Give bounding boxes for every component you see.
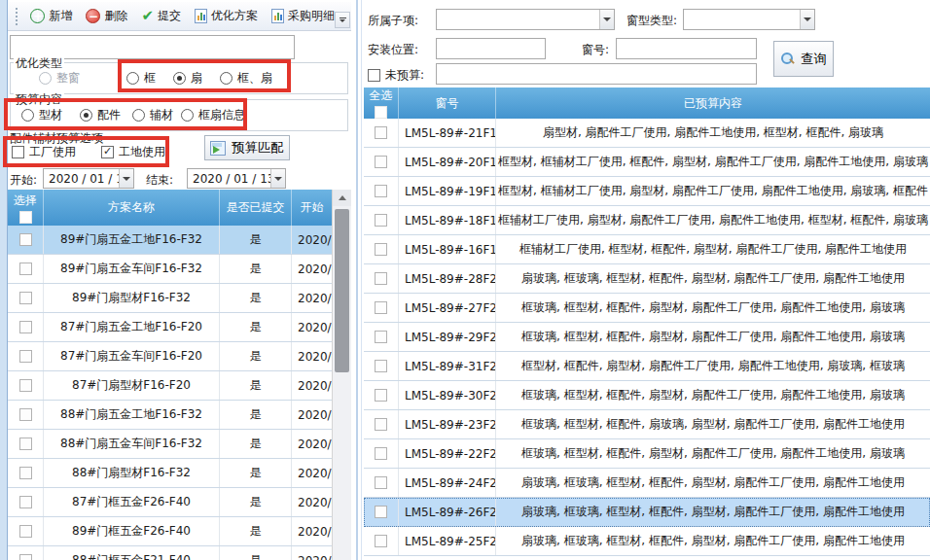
budget-match-button[interactable]: 预算匹配 — [204, 135, 290, 160]
checkbox-label: 工厂使用 — [29, 144, 76, 160]
window-table-row[interactable]: LM5L-89#-26F24扇玻璃, 框玻璃, 框型材, 框配件, 扇型材, 扇… — [364, 498, 930, 527]
window-table-row[interactable]: LM5L-89#-24F22扇玻璃, 框玻璃, 框型材, 框配件, 扇型材, 扇… — [364, 469, 930, 498]
radio-配件[interactable]: 配件 — [80, 107, 121, 123]
row-checkbox[interactable] — [375, 301, 387, 314]
plan-submitted-cell: 是 — [220, 459, 292, 487]
end-date-picker[interactable]: 2020 / 01 / 13 — [187, 168, 286, 189]
plan-start-header[interactable]: 开始 — [292, 190, 332, 226]
window-table-row[interactable]: LM5L-89#-22F20框玻璃, 框型材, 框配件, 扇型材, 扇配件工厂使… — [364, 439, 930, 469]
window-table-row[interactable]: LM5L-89#-20F18框型材, 框辅材工厂使用, 框配件, 扇型材, 扇配… — [364, 148, 930, 177]
plan-table-row[interactable]: 88#门扇五金车间F16-F32是2020/0 — [8, 430, 332, 459]
chevron-down-icon[interactable] — [599, 10, 614, 29]
window-no-cell: LM5L-89#-30F28 — [399, 381, 496, 409]
row-checkbox[interactable] — [19, 350, 32, 363]
plan-table-row[interactable]: 87#门扇五金车间F16-F20是2020/0 — [8, 342, 332, 371]
row-checkbox[interactable] — [375, 214, 387, 227]
plan-table-row[interactable]: 87#门扇五金工地F16-F20是2020/0 — [8, 313, 332, 342]
add-button[interactable]: + 新增 — [23, 4, 79, 28]
row-checkbox[interactable] — [375, 156, 387, 168]
scrollbar-thumb[interactable] — [335, 209, 349, 372]
optimize-plan-button[interactable]: 优化方案 — [188, 4, 265, 28]
radio-框[interactable]: 框 — [126, 70, 156, 87]
row-checkbox[interactable] — [375, 331, 387, 343]
install-pos-input[interactable] — [436, 38, 546, 59]
row-checkbox[interactable] — [19, 321, 32, 333]
row-checkbox[interactable] — [19, 496, 32, 508]
plan-table-row[interactable]: 87#门扇型材F16-F20是2020/0 — [8, 371, 332, 401]
sub-item-select[interactable] — [436, 9, 615, 30]
select-all-checkbox[interactable] — [375, 106, 387, 119]
chevron-down-icon[interactable] — [800, 10, 814, 29]
row-checkbox[interactable] — [375, 535, 387, 547]
row-checkbox[interactable] — [19, 525, 32, 538]
window-no-cell: LM5L-89#-20F18 — [399, 148, 496, 176]
no-budget-input[interactable] — [436, 63, 757, 85]
window-table-row[interactable]: LM5L-89#-23F21框玻璃, 框型材, 框配件, 扇玻璃, 扇型材, 扇… — [364, 410, 930, 439]
chevron-down-icon[interactable] — [119, 169, 133, 188]
radio-框、扇[interactable]: 框、扇 — [220, 70, 272, 87]
window-no-input[interactable] — [616, 38, 757, 59]
window-table-row[interactable]: LM5L-89#-29F27框玻璃, 框型材, 框配件, 扇型材, 扇配件工厂使… — [364, 323, 930, 352]
row-checkbox[interactable] — [375, 506, 387, 518]
window-table-row[interactable]: LM5L-89#-25F23扇玻璃, 框玻璃, 框型材, 框配件, 扇型材, 扇… — [364, 527, 930, 556]
window-table-row[interactable]: LM5L-89#-27F25框玻璃, 框型材, 框配件, 扇型材, 扇配件工厂使… — [364, 294, 930, 323]
row-checkbox[interactable] — [375, 476, 387, 489]
window-type-select[interactable] — [683, 9, 815, 30]
delete-button[interactable]: − 删除 — [79, 4, 134, 28]
checkbox-工地使用[interactable]: 工地使用 — [101, 144, 165, 160]
row-checkbox[interactable] — [19, 262, 32, 275]
row-checkbox[interactable] — [375, 360, 387, 372]
plan-table-row[interactable]: 88#门扇型材F16-F32是2020/0 — [8, 459, 332, 488]
plan-submitted-cell: 是 — [220, 401, 292, 429]
budgeted-content-header[interactable]: 已预算内容 — [496, 88, 930, 119]
radio-型材[interactable]: 型材 — [21, 107, 62, 123]
row-checkbox[interactable] — [375, 447, 387, 460]
row-checkbox[interactable] — [19, 233, 32, 246]
window-table-row[interactable]: LM5L-89#-18F16框辅材工厂使用, 扇型材, 扇配件工厂使用, 扇配件… — [364, 206, 930, 235]
radio-扇[interactable]: 扇 — [173, 70, 202, 87]
row-checkbox[interactable] — [19, 467, 32, 479]
plan-table-row[interactable]: 88#门框五金F21-F40是2020/0 — [8, 546, 332, 560]
plan-table-row[interactable]: 89#门框五金F26-F40是2020/0 — [8, 517, 332, 546]
row-checkbox[interactable] — [375, 272, 387, 285]
window-table-row[interactable]: LM5L-89#-16F15框辅材工厂使用, 框型材, 框配件, 扇型材, 扇配… — [364, 235, 930, 264]
row-checkbox[interactable] — [375, 418, 387, 431]
row-checkbox[interactable] — [375, 126, 387, 139]
no-budget-checkbox[interactable]: 未预算: — [368, 67, 424, 84]
plan-table-row[interactable]: 87#门框五金F26-F40是2020/0 — [8, 488, 332, 517]
row-checkbox[interactable] — [375, 243, 387, 256]
query-button[interactable]: 查询 — [773, 41, 834, 77]
row-checkbox[interactable] — [19, 438, 32, 450]
row-checkbox[interactable] — [375, 185, 387, 197]
scroll-up-icon[interactable] — [333, 190, 351, 206]
window-table-row[interactable]: LM5L-89#-19F17框型材, 框辅材工厂使用, 扇型材, 扇配件工厂使用… — [364, 177, 930, 206]
start-date-picker[interactable]: 2020 / 01 / 1 — [43, 168, 134, 189]
radio-辅材[interactable]: 辅材 — [132, 107, 173, 123]
row-checkbox[interactable] — [19, 554, 32, 560]
panel-splitter[interactable] — [351, 0, 364, 560]
window-no-header[interactable]: 窗号 — [399, 88, 496, 119]
window-table-row[interactable]: LM5L-89#-30F28框玻璃, 框型材, 框配件, 扇型材, 扇配件工厂使… — [364, 381, 930, 410]
window-table-row[interactable]: LM5L-89#-28F26扇玻璃, 框玻璃, 框型材, 框配件, 扇型材, 扇… — [364, 264, 930, 294]
row-checkbox[interactable] — [375, 389, 387, 402]
plan-table-row[interactable]: 89#门扇五金车间F16-F32是2020/0 — [8, 255, 332, 284]
window-table-row[interactable]: LM5L-89#-31F29框型材, 框配件, 扇型材, 扇配件工厂使用, 扇配… — [364, 352, 930, 381]
plan-table-row[interactable]: 89#门扇型材F16-F32是2020/0 — [8, 284, 332, 313]
submit-button[interactable]: ✔ 提交 — [134, 4, 188, 28]
toolbar-overflow-button[interactable] — [335, 12, 350, 28]
plan-name-header[interactable]: 方案名称 — [44, 190, 220, 226]
plan-name-cell: 88#门框五金F21-F40 — [44, 546, 220, 560]
checkbox-工厂使用[interactable]: 工厂使用 — [12, 144, 76, 160]
row-checkbox[interactable] — [19, 292, 32, 304]
row-checkbox[interactable] — [19, 408, 32, 421]
plan-table-row[interactable]: 89#门扇五金工地F16-F32是2020/0 — [8, 226, 332, 255]
plan-submitted-header[interactable]: 是否已提交 — [220, 190, 292, 226]
radio-框扇信息[interactable]: 框扇信息 — [181, 107, 245, 123]
chevron-down-icon[interactable] — [270, 169, 285, 188]
window-table-row[interactable]: LM5L-89#-21F19扇型材, 扇配件工厂使用, 扇配件工地使用, 框型材… — [364, 119, 930, 148]
plan-table-row[interactable]: 88#门扇五金工地F16-F32是2020/0 — [8, 401, 332, 430]
toolbar-grip[interactable] — [16, 8, 18, 25]
plan-table-scrollbar[interactable] — [332, 190, 351, 560]
row-checkbox[interactable] — [19, 379, 32, 392]
select-all-checkbox[interactable] — [19, 211, 32, 224]
